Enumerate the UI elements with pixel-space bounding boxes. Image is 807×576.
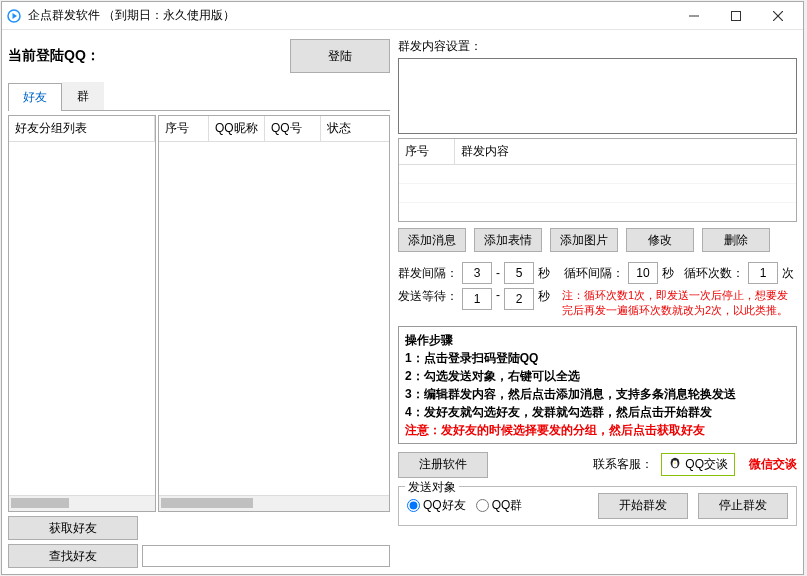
titlebar: 企点群发软件 （到期日：永久使用版） bbox=[2, 2, 803, 30]
msg-content-box[interactable] bbox=[398, 58, 797, 134]
interval-label: 群发间隔： bbox=[398, 265, 458, 282]
svg-marker-1 bbox=[13, 13, 18, 19]
stop-send-button[interactable]: 停止群发 bbox=[698, 493, 788, 519]
register-button[interactable]: 注册软件 bbox=[398, 452, 488, 478]
tabs: 好友 群 bbox=[8, 82, 390, 111]
msg-table[interactable]: 序号 群发内容 bbox=[398, 138, 797, 222]
svg-rect-3 bbox=[732, 11, 741, 20]
wait-max-input[interactable] bbox=[504, 288, 534, 310]
step-3: 3：编辑群发内容，然后点击添加消息，支持多条消息轮换发送 bbox=[405, 385, 790, 403]
steps-title: 操作步骤 bbox=[405, 331, 790, 349]
msg-setting-label: 群发内容设置： bbox=[398, 36, 797, 55]
add-image-button[interactable]: 添加图片 bbox=[550, 228, 618, 252]
col-seq: 序号 bbox=[159, 116, 209, 141]
radio-qq-group[interactable]: QQ群 bbox=[476, 497, 523, 514]
col-nick: QQ昵称 bbox=[209, 116, 265, 141]
edit-button[interactable]: 修改 bbox=[626, 228, 694, 252]
interval-max-input[interactable] bbox=[504, 262, 534, 284]
friend-group-header: 好友分组列表 bbox=[9, 116, 155, 141]
login-button[interactable]: 登陆 bbox=[290, 39, 390, 73]
steps-note: 注意：发好友的时候选择要发的分组，然后点击获取好友 bbox=[405, 421, 790, 439]
steps-box: 操作步骤 1：点击登录扫码登陆QQ 2：勾选发送对象，右键可以全选 3：编辑群发… bbox=[398, 326, 797, 444]
penguin-icon bbox=[668, 456, 682, 473]
add-msg-button[interactable]: 添加消息 bbox=[398, 228, 466, 252]
hscrollbar[interactable] bbox=[159, 495, 389, 511]
loop-interval-input[interactable] bbox=[628, 262, 658, 284]
hscrollbar[interactable] bbox=[9, 495, 155, 511]
svg-point-9 bbox=[676, 461, 677, 462]
interval-min-input[interactable] bbox=[462, 262, 492, 284]
send-target-group: 发送对象 QQ好友 QQ群 开始群发 停止群发 bbox=[398, 486, 797, 526]
maximize-button[interactable] bbox=[715, 2, 757, 30]
friend-table[interactable]: 序号 QQ昵称 QQ号 状态 bbox=[158, 115, 390, 512]
wait-min-input[interactable] bbox=[462, 288, 492, 310]
step-4: 4：发好友就勾选好友，发群就勾选群，然后点击开始群发 bbox=[405, 403, 790, 421]
app-icon bbox=[6, 8, 22, 24]
step-1: 1：点击登录扫码登陆QQ bbox=[405, 349, 790, 367]
close-button[interactable] bbox=[757, 2, 799, 30]
tab-friends[interactable]: 好友 bbox=[8, 83, 62, 111]
loop-count-input[interactable] bbox=[748, 262, 778, 284]
contact-label: 联系客服： bbox=[593, 456, 653, 473]
wait-label: 发送等待： bbox=[398, 288, 458, 305]
add-emoji-button[interactable]: 添加表情 bbox=[474, 228, 542, 252]
loop-count-label: 循环次数： bbox=[684, 265, 744, 282]
send-legend: 发送对象 bbox=[405, 479, 459, 496]
minimize-button[interactable] bbox=[673, 2, 715, 30]
app-window: 企点群发软件 （到期日：永久使用版） 当前登陆QQ： 登陆 好友 群 好友分组列… bbox=[1, 1, 804, 575]
col-status: 状态 bbox=[321, 116, 389, 141]
loop-interval-label: 循环间隔： bbox=[564, 265, 624, 282]
qq-contact-button[interactable]: QQ交谈 bbox=[661, 453, 735, 476]
delete-button[interactable]: 删除 bbox=[702, 228, 770, 252]
current-login-label: 当前登陆QQ： bbox=[8, 47, 290, 65]
svg-point-10 bbox=[674, 463, 676, 464]
svg-point-8 bbox=[673, 461, 674, 462]
loop-note: 注：循环次数1次，即发送一次后停止，想要发完后再发一遍循环次数就改为2次，以此类… bbox=[562, 288, 797, 318]
find-friends-button[interactable]: 查找好友 bbox=[8, 544, 138, 568]
msg-col-seq: 序号 bbox=[399, 139, 455, 164]
col-qq: QQ号 bbox=[265, 116, 321, 141]
window-title: 企点群发软件 （到期日：永久使用版） bbox=[28, 7, 673, 24]
tab-groups[interactable]: 群 bbox=[62, 82, 104, 110]
get-friends-button[interactable]: 获取好友 bbox=[8, 516, 138, 540]
radio-qq-friend[interactable]: QQ好友 bbox=[407, 497, 466, 514]
step-2: 2：勾选发送对象，右键可以全选 bbox=[405, 367, 790, 385]
msg-col-content: 群发内容 bbox=[455, 139, 796, 164]
start-send-button[interactable]: 开始群发 bbox=[598, 493, 688, 519]
wechat-contact-button[interactable]: 微信交谈 bbox=[749, 456, 797, 473]
search-input[interactable] bbox=[142, 545, 390, 567]
friend-group-list[interactable]: 好友分组列表 bbox=[8, 115, 156, 512]
